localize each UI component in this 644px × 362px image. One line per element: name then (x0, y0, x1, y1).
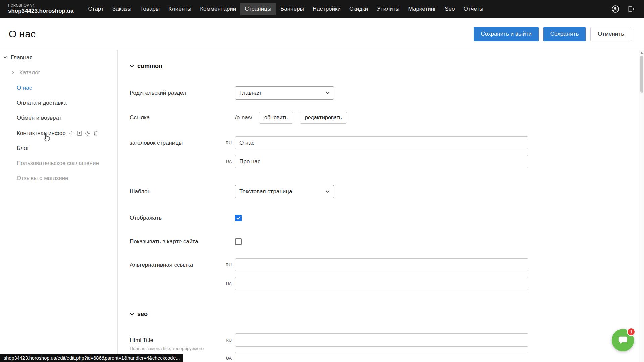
page-title-ru-input[interactable] (235, 136, 528, 149)
nav-settings[interactable]: Настройки (308, 3, 345, 15)
tree-item-exchange-return[interactable]: Обмен и возврат (0, 110, 117, 125)
nav-orders[interactable]: Заказы (108, 3, 136, 15)
select-value: Текстовая страница (239, 188, 292, 195)
edit-link-button[interactable]: редактировать (300, 112, 347, 124)
settings-gear-icon[interactable] (85, 131, 90, 136)
field-label: Родительский раздел (130, 90, 235, 96)
field-label: Шаблон (130, 188, 235, 195)
nav-marketing[interactable]: Маркетинг (404, 3, 441, 15)
template-select[interactable]: Текстовая страница (235, 185, 334, 198)
chat-widget-button[interactable]: 1 (612, 329, 634, 351)
save-and-exit-button[interactable]: Сохранить и выйти (474, 27, 538, 41)
field-label: Альтернативная ссылка (130, 262, 224, 268)
tree-item-label: Каталог (19, 69, 40, 76)
alt-link-ru-row: Альтернативная ссылка RU (130, 258, 644, 271)
logo-domain: shop34423.horoshop.ua (8, 8, 74, 14)
content-area: Главная Каталог О нас Оплата и доставка … (0, 50, 644, 362)
scroll-up-arrow-icon[interactable]: ▲ (639, 51, 644, 54)
logout-icon[interactable] (627, 5, 635, 13)
nav-reports[interactable]: Отчеты (459, 3, 488, 15)
vertical-scrollbar[interactable]: ▲ (639, 50, 644, 362)
nav-utilities[interactable]: Утилиты (373, 3, 404, 15)
tree-item-label: Контактная инфор (17, 130, 66, 137)
tree-item-catalog[interactable]: Каталог (0, 65, 117, 80)
nav-clients[interactable]: Клиенты (164, 3, 196, 15)
alt-link-ua-row: UA (130, 277, 644, 290)
tree-item-label: Отзывы о магазине (17, 175, 68, 182)
tree-item-store-reviews[interactable]: Отзывы о магазине (0, 171, 117, 186)
tree-item-label: О нас (17, 85, 32, 91)
status-url: shop34423.horoshop.ua/edit/edit.php?id=6… (4, 355, 180, 361)
tree-item-label: Обмен и возврат (17, 115, 61, 121)
lang-ru-badge: RU (224, 338, 235, 343)
nav-discounts[interactable]: Скидки (345, 3, 373, 15)
scrollbar-thumb[interactable] (640, 56, 643, 93)
alt-link-ua-input[interactable] (235, 277, 528, 290)
lang-ru-badge: RU (224, 141, 235, 145)
chevron-down-icon (130, 313, 134, 315)
chevron-down-icon (326, 92, 330, 94)
tree-item-payment-delivery[interactable]: Оплата и доставка (0, 95, 117, 110)
account-icon[interactable] (611, 5, 620, 13)
field-label-block: Html Title Полная замена title, генериру… (130, 337, 224, 344)
tree-item-label: Оплата и доставка (17, 100, 67, 106)
alt-link-ru-input[interactable] (235, 258, 528, 271)
link-status-bar: shop34423.horoshop.ua/edit/edit.php?id=6… (0, 354, 183, 362)
tree-item-about[interactable]: О нас (0, 80, 117, 95)
chevron-down-icon[interactable] (3, 56, 11, 59)
select-value: Главная (239, 90, 261, 96)
chat-bubble-icon (618, 335, 628, 345)
section-common[interactable]: common (130, 62, 644, 70)
add-page-icon[interactable] (77, 131, 82, 136)
html-title-ru-input[interactable] (235, 333, 528, 347)
link-path: /o-nas/ (235, 114, 252, 121)
cancel-button[interactable]: Отменить (590, 27, 631, 41)
nav-banners[interactable]: Баннеры (276, 3, 308, 15)
field-label: заголовок страницы (130, 140, 224, 146)
logo[interactable]: HOROSHOP V4 shop34423.horoshop.ua (0, 4, 84, 14)
delete-trash-icon[interactable] (93, 131, 98, 136)
lang-ua-badge: UA (224, 356, 235, 361)
field-label: Ссылка (130, 114, 235, 121)
nav-start[interactable]: Старт (84, 3, 108, 15)
page-title-ua-row: UA (130, 155, 644, 168)
section-seo[interactable]: seo (130, 310, 644, 318)
sitemap-checkbox[interactable] (235, 238, 242, 245)
tree-item-contact-info[interactable]: Контактная инфор (0, 125, 117, 141)
tree-row-actions (69, 131, 98, 136)
tree-item-blog[interactable]: Блог (0, 141, 117, 156)
sitemap-row: Показывать в карте сайта (130, 238, 644, 245)
html-title-ru-row: Html Title Полная замена title, генериру… (130, 333, 644, 347)
top-navbar: HOROSHOP V4 shop34423.horoshop.ua Старт … (0, 0, 644, 18)
page-edit-form: common Родительский раздел Главная Ссылк… (118, 50, 644, 362)
page-title-ua-input[interactable] (235, 155, 528, 168)
tree-item-label: Пользовательское соглашение (17, 160, 99, 167)
nav-comments[interactable]: Комментарии (196, 3, 240, 15)
parent-section-select[interactable]: Главная (235, 86, 334, 100)
nav-seo[interactable]: Seo (440, 3, 459, 15)
tree-item-label: Блог (17, 145, 29, 152)
refresh-link-button[interactable]: обновить (259, 112, 293, 124)
save-button[interactable]: Сохранить (543, 27, 586, 41)
display-checkbox[interactable] (235, 215, 242, 221)
chevron-right-icon[interactable] (12, 71, 19, 74)
link-row: Ссылка /o-nas/ обновить редактировать (130, 112, 644, 124)
field-hint: Полная замена title, генерируемого (130, 346, 204, 351)
chevron-down-icon (130, 65, 134, 67)
pages-tree-sidebar: Главная Каталог О нас Оплата и доставка … (0, 50, 118, 362)
topbar-right-icons (611, 5, 644, 13)
lang-ua-badge: UA (224, 159, 235, 164)
move-icon[interactable] (69, 131, 74, 136)
tree-item-home[interactable]: Главная (0, 50, 117, 65)
parent-section-row: Родительский раздел Главная (130, 86, 644, 100)
chevron-down-icon (326, 190, 330, 193)
html-title-ua-input[interactable] (235, 352, 528, 362)
nav-pages[interactable]: Страницы (240, 3, 276, 15)
tree-item-user-agreement[interactable]: Пользовательское соглашение (0, 156, 117, 171)
header-buttons: Сохранить и выйти Сохранить Отменить (474, 27, 631, 41)
section-title: seo (137, 311, 148, 318)
main-nav: Старт Заказы Товары Клиенты Комментарии … (84, 3, 488, 15)
page-title: О нас (9, 28, 36, 40)
nav-products[interactable]: Товары (136, 3, 164, 15)
field-label: Html Title (130, 337, 224, 344)
